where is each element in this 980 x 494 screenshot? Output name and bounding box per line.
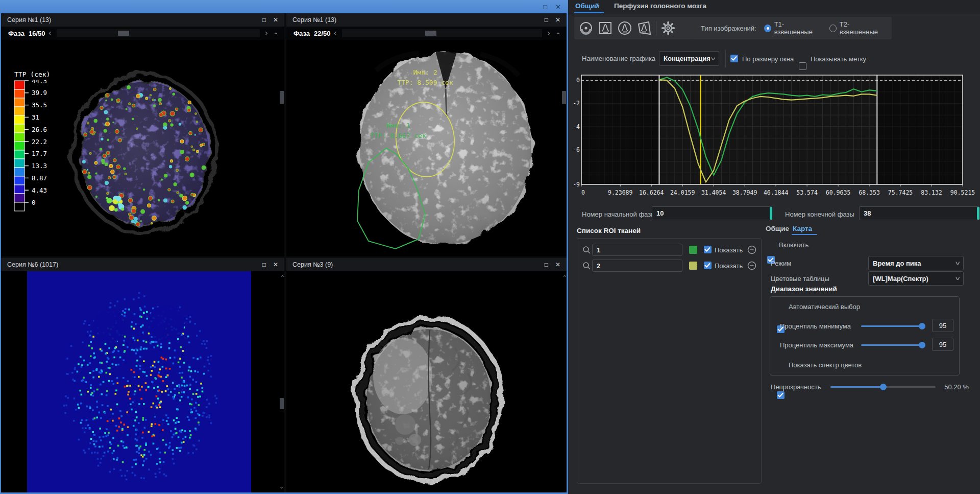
percentile-min-knob[interactable] [919,323,925,330]
phase-track[interactable] [342,29,542,37]
mode-value: Время до пика [873,260,921,267]
viewport-close-icon[interactable]: ✕ [273,262,278,268]
viewport-maximize-icon[interactable]: □ [262,17,266,23]
fit-window-label: По размеру окна [742,55,794,63]
controls-separator [725,50,726,67]
viewport-maximize-icon[interactable]: □ [545,262,548,268]
viewport-close-icon[interactable]: ✕ [273,17,278,23]
ttp-color-scale: 44.339.935.53126.622.217.713.38.874.430 [13,80,75,215]
scroll-up-icon[interactable]: › [554,29,562,38]
vertical-scroll-thumb[interactable] [280,398,284,409]
ttp-legend-tick-label: 39.9 [32,89,47,97]
percentile-max-slider[interactable] [861,344,925,346]
end-phase-input[interactable] [859,206,979,220]
viewport-bottom-right[interactable]: Серия №3 (9) □ ✕ [286,258,567,492]
settings-gear-icon[interactable] [658,18,678,38]
window-maximize-icon[interactable]: □ [543,4,547,10]
tab-map[interactable]: Карта [793,225,812,232]
viewport-maximize-icon[interactable]: □ [545,17,548,23]
phase-next-icon[interactable]: › [544,30,553,37]
graph-name-select[interactable]: Концентрация ˅ [659,51,719,66]
map-toolbar [574,17,696,39]
tab-common[interactable]: Общие [766,225,789,232]
percentile-max-knob[interactable] [919,342,925,348]
x-axis-tick-label: 83.132 [921,189,942,196]
perfusion-map-icon[interactable] [576,18,596,38]
viewport-grid: Серия №1 (13) □ ✕ Фаза 16/50 ‹ › › [1,13,567,492]
percentile-max-value[interactable]: 95 [932,338,953,351]
scroll-up-icon[interactable]: › [279,275,284,277]
phase-prev-icon[interactable]: ‹ [45,30,55,37]
vertical-scroll-thumb[interactable] [280,91,284,104]
show-mark-checkbox[interactable] [799,62,806,70]
scroll-down-icon[interactable]: › [279,486,284,489]
roi-show-checkbox[interactable] [704,262,712,269]
ttp-legend-tick-label: 17.7 [32,150,47,157]
viewport-titlebar: Серия №1 (13) □ ✕ [1,13,284,27]
roi-color-swatch[interactable] [689,246,697,254]
mri-perfusion-app: □ ✕ Серия №1 (13) □ ✕ Фаза 16/50 ‹ › [0,0,980,494]
curve-circle-icon[interactable] [615,18,634,38]
phase-track[interactable] [57,29,260,37]
fit-window-checkbox[interactable] [730,55,738,62]
image-type-option-label[interactable]: Т2-взвешенные [840,20,884,36]
percentile-min-value[interactable]: 95 [932,319,953,332]
tab-brain-perfusion[interactable]: Перфузия головного мозга [614,2,706,10]
auto-select-label: Автоматический выбор [789,303,860,311]
t1-image[interactable]: › [286,271,567,492]
viewport-close-icon[interactable]: ✕ [555,262,560,268]
remove-roi-icon[interactable] [747,261,756,270]
image-type-box: Тип изображений: Т1-взвешенныеТ2-взвешен… [693,17,892,39]
perfusion-map-image[interactable]: › › [1,271,284,492]
percentile-min-slider[interactable] [861,325,925,327]
color-table-label: Цветовые таблицы [771,275,829,283]
remove-roi-icon[interactable] [747,245,756,254]
viewport-maximize-icon[interactable]: □ [262,262,266,268]
viewport-close-icon[interactable]: ✕ [555,17,560,23]
mri-image-ttp-overlay[interactable]: TTP (сек) 44.339.935.53126.622.217.713.3… [1,40,284,256]
opacity-slider[interactable] [830,386,936,388]
phase-prev-icon[interactable]: ‹ [331,30,340,37]
scroll-up-icon[interactable]: › [272,29,280,38]
viewer-window-titlebar[interactable]: □ ✕ [0,0,568,13]
window-close-icon[interactable]: ✕ [555,4,561,10]
phase-next-icon[interactable]: › [262,30,271,37]
curve-rect-icon[interactable] [596,18,615,38]
roi-show-checkbox[interactable] [704,246,712,253]
viewport-bottom-left[interactable]: Серия №6 (1017) □ ✕ › › [1,258,284,492]
roi-color-swatch[interactable] [689,262,697,270]
phase-scrollbar: Фаза 22/50 ‹ › › [286,27,567,40]
phase-thumb[interactable] [425,31,436,36]
ttp-legend-tick-label: 31 [32,113,39,121]
image-type-radio-1[interactable] [764,25,771,32]
mri-image-roi[interactable]: Имя: 2 TTP: 8.509 сек Имя: 1 TTP: 8.667 … [286,40,567,256]
chevron-down-icon: ˅ [955,275,960,281]
x-axis-tick-label: 68.353 [859,189,880,196]
concentration-chart[interactable]: 0-2-4-6-909.2368916.626424.015931.405438… [573,73,976,200]
x-axis-tick-label: 31.4054 [701,189,726,196]
roi-name-input[interactable] [592,260,682,272]
scroll-up-icon[interactable]: › [561,275,567,277]
phase-scrollbar: Фаза 16/50 ‹ › › [1,27,284,40]
mode-select[interactable]: Время до пика ˅ [868,256,964,270]
viewport-top-right[interactable]: Серия №1 (13) □ ✕ Фаза 22/50 ‹ › › [286,13,567,256]
tab-general[interactable]: Общий [575,2,599,10]
start-phase-spin-handle[interactable] [770,207,772,220]
opacity-knob[interactable] [880,384,887,390]
phase-thumb[interactable] [118,31,129,36]
curve-skew-icon[interactable] [634,18,654,38]
ttp-legend-tick-label: 26.6 [32,126,47,133]
viewport-top-left[interactable]: Серия №1 (13) □ ✕ Фаза 16/50 ‹ › › [1,13,284,256]
show-spectrum-checkbox[interactable] [777,391,785,399]
roi-list: ПоказатьПоказать [577,238,762,484]
end-phase-spin-handle[interactable] [977,207,979,220]
image-type-option-label[interactable]: Т1-взвешенные [774,20,818,36]
x-axis-tick-label: 46.1844 [764,189,789,196]
series-title: Серия №1 (13) [292,16,537,23]
roi-name-input[interactable] [592,244,682,256]
color-table-select[interactable]: [WL]Map(Спектр) ˅ [868,271,964,286]
vertical-scroll-thumb[interactable] [562,91,566,104]
roi-show-label: Показать [715,246,743,254]
start-phase-input[interactable] [652,206,772,220]
image-type-radio-2[interactable] [829,25,837,32]
